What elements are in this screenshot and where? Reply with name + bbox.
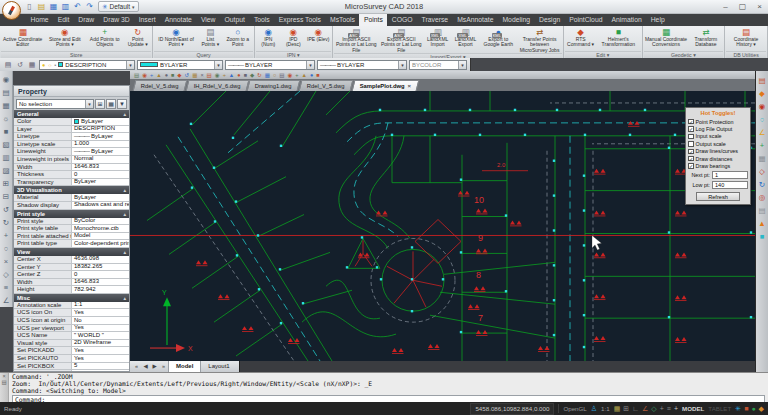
- model-space-toggle[interactable]: MODEL: [682, 405, 704, 412]
- layer-previous-icon[interactable]: ↺: [15, 61, 25, 69]
- ribbon-tab-points[interactable]: Points: [359, 14, 387, 26]
- checkbox[interactable]: ✓: [688, 163, 694, 169]
- layout-tab-model[interactable]: Model: [168, 361, 200, 372]
- color-dropdown[interactable]: BYLAYER▾: [137, 60, 223, 70]
- ribbon-tab-view[interactable]: View: [196, 14, 220, 26]
- move-icon[interactable]: +: [1, 229, 12, 242]
- toolbar-icon[interactable]: ●: [237, 71, 240, 79]
- globe-icon[interactable]: ●: [751, 403, 755, 414]
- history-icon[interactable]: ▤: [1, 379, 6, 385]
- toolbar-icon[interactable]: ◆: [250, 71, 254, 79]
- section-header-print-style[interactable]: Print style▴: [14, 210, 129, 218]
- ribbon-tab-express-tools[interactable]: Express Tools: [274, 14, 325, 26]
- linetype-dropdown[interactable]: ———BYLAYER▾: [225, 60, 315, 70]
- helmert-button[interactable]: ■Helmert's Transformation: [596, 26, 640, 48]
- toolbar-icon[interactable]: ▲: [302, 71, 307, 79]
- add-vertex-icon[interactable]: +: [757, 139, 768, 152]
- trim-icon[interactable]: ∠: [1, 294, 12, 307]
- layer-dropdown[interactable]: ●☼▪DESCRIPTION▾: [39, 60, 135, 70]
- list-points-button[interactable]: ▤List Points ▾: [198, 26, 223, 48]
- plot-icon[interactable]: ▨: [1, 164, 12, 177]
- toolbar-icon[interactable]: ■: [316, 71, 319, 79]
- copy-icon[interactable]: ⊞: [1, 177, 12, 190]
- toolbar-icon[interactable]: ▲: [156, 71, 161, 79]
- selection-dropdown[interactable]: No selection ▾: [16, 99, 94, 109]
- zoom-point-button[interactable]: ○Zoom to a Point: [223, 26, 253, 48]
- toolbar-icon[interactable]: ■: [171, 71, 174, 79]
- lwt-icon[interactable]: ≡: [667, 403, 671, 414]
- ribbon-tab-mstools[interactable]: MsTools: [325, 14, 359, 26]
- ribbon-tab-home[interactable]: Home: [26, 14, 53, 26]
- swatch-icon[interactable]: ■: [1, 125, 12, 138]
- ribbon-tab-annotate[interactable]: Annotate: [160, 14, 196, 26]
- target-icon[interactable]: ◎: [757, 191, 768, 204]
- landxml-export-button[interactable]: ▥XMLLandXML Export: [452, 26, 480, 48]
- measure-icon[interactable]: ○: [757, 113, 768, 126]
- toolbar-icon[interactable]: ●: [310, 71, 313, 79]
- open-drawing-icon[interactable]: ▧: [1, 138, 12, 151]
- notify-icon[interactable]: ◆: [759, 403, 764, 414]
- drawing-tab-drawing1-dwg[interactable]: Drawing1.dwg: [247, 80, 300, 91]
- pointer-icon[interactable]: ▲: [757, 217, 768, 230]
- ribbon-tab-traverse[interactable]: Traverse: [417, 14, 453, 26]
- offset-icon[interactable]: ≡: [1, 281, 12, 294]
- save-icon[interactable]: ▦: [48, 1, 59, 13]
- esnap-icon[interactable]: ◇: [651, 403, 656, 414]
- rts-command-button[interactable]: ◆RTS Command ▾: [565, 26, 596, 48]
- ribbon-tab-insert[interactable]: Insert: [134, 14, 160, 26]
- select-objects-icon[interactable]: ▦: [106, 99, 116, 109]
- coordinate-editor-button[interactable]: ▦Active Coordinate Editor: [1, 26, 44, 48]
- toolbar-icon[interactable]: ↻: [257, 71, 262, 79]
- ribbon-tab-design[interactable]: Design: [535, 14, 565, 26]
- ribbon-tab-draw[interactable]: Draw: [74, 14, 99, 26]
- ipd-desc-button[interactable]: ◉IPD (Desc): [281, 26, 306, 48]
- ribbon-tab-cogo[interactable]: COGO: [387, 14, 417, 26]
- section-header-3d-visualisation[interactable]: 3D Visualisation▴: [14, 186, 129, 194]
- rotate-icon[interactable]: ○: [1, 242, 12, 255]
- refresh-view-icon[interactable]: ↻: [757, 178, 768, 191]
- toolbar-icon[interactable]: +: [150, 71, 153, 79]
- ribbon-tab-draw-3d[interactable]: Draw 3D: [99, 14, 134, 26]
- next-tab-icon[interactable]: ▶: [150, 361, 159, 372]
- google-earth-button[interactable]: ●KMLExport to Google Earth: [479, 26, 517, 48]
- snap-circle-icon[interactable]: ◉: [757, 100, 768, 113]
- section-header-general[interactable]: General▴: [14, 110, 129, 118]
- save-drawing-icon[interactable]: ▥: [1, 151, 12, 164]
- tablet-toggle[interactable]: TABLET: [708, 405, 731, 412]
- toolbar-icon[interactable]: ▲: [229, 71, 234, 79]
- open-file-icon[interactable]: ▤: [36, 1, 47, 13]
- ribbon-tab-help[interactable]: Help: [646, 14, 669, 26]
- mirror-icon[interactable]: ◇: [1, 268, 12, 281]
- layout-tab-layout1[interactable]: Layout1: [200, 361, 236, 372]
- layer-state-icon[interactable]: ▦: [1, 99, 12, 112]
- point-number-input[interactable]: 1: [712, 171, 748, 179]
- checkbox[interactable]: ✓: [688, 126, 694, 132]
- undo-tool-icon[interactable]: ↺: [1, 203, 12, 216]
- toolbar-icon[interactable]: ▦: [265, 71, 270, 79]
- toolbar-icon[interactable]: ▤: [134, 71, 139, 79]
- toolbar-icon[interactable]: ●: [165, 71, 168, 79]
- settings-gear-icon[interactable]: ✳: [735, 403, 741, 414]
- lineweight-dropdown[interactable]: ———BYLAYER▾: [317, 60, 407, 70]
- grid-icon[interactable]: ⊞: [623, 403, 629, 414]
- crosshair-icon[interactable]: +: [674, 403, 678, 414]
- last-tab-icon[interactable]: »: [159, 361, 168, 372]
- quick-select-icon[interactable]: ⊞: [95, 99, 105, 109]
- minimize-button[interactable]: –: [717, 0, 734, 13]
- store-points-button[interactable]: ◉Store and Edit Points ▾: [44, 26, 85, 48]
- first-tab-icon[interactable]: «: [132, 361, 141, 372]
- angle-icon[interactable]: ∠: [757, 126, 768, 139]
- app-logo-icon[interactable]: [2, 1, 21, 20]
- toolbar-icon[interactable]: ▦: [192, 71, 197, 79]
- import-ascii-button[interactable]: ▤ASCImport ASCII Points or Lat Long File: [334, 26, 379, 53]
- visibility-icon[interactable]: ◉: [1, 73, 12, 86]
- toolbar-icon[interactable]: ◉: [215, 71, 220, 79]
- layers-icon[interactable]: ▤: [1, 86, 12, 99]
- printstyle-dropdown[interactable]: BYCOLOR▾: [409, 60, 467, 70]
- pencil-icon[interactable]: ◆: [757, 87, 768, 100]
- toolbar-icon[interactable]: ▤: [207, 71, 212, 79]
- toolbar-icon[interactable]: ◉: [288, 71, 293, 79]
- point-number-input[interactable]: 140: [712, 181, 748, 189]
- snap-icon[interactable]: ▦: [614, 403, 621, 414]
- polygon-icon[interactable]: ◇: [757, 165, 768, 178]
